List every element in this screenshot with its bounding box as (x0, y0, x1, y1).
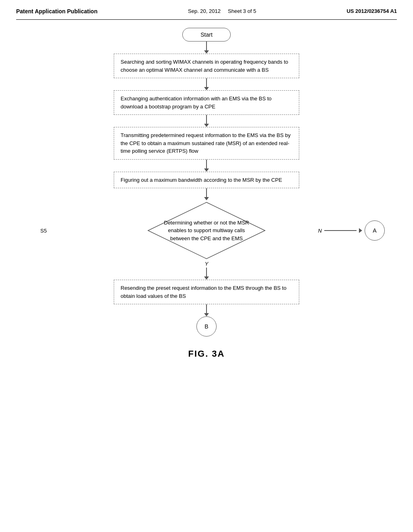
header-center: Sep. 20, 2012 Sheet 3 of 5 (188, 8, 256, 14)
s5-row: S5 Determining whether or not the MSR en… (16, 200, 397, 261)
n-line (324, 230, 357, 231)
y-label: Y (205, 261, 209, 267)
s3-row: Transmitting predetermined request infor… (16, 127, 397, 160)
arrow-1 (204, 42, 209, 54)
start-row: Start (16, 28, 397, 42)
fig-caption: FIG. 3A (188, 349, 225, 359)
n-arrowhead (359, 228, 362, 233)
arrow-5 (204, 188, 209, 200)
arrow-7 (204, 304, 209, 316)
s4-row: Figuring out a maximum bandwidth accordi… (16, 172, 397, 189)
start-shape: Start (182, 28, 231, 42)
s2-row: Exchanging authentication information wi… (16, 90, 397, 115)
header-right: US 2012/0236754 A1 (346, 8, 397, 14)
s2-text: Exchanging authentication information wi… (121, 96, 271, 110)
s6-box: Resending the preset request information… (114, 280, 299, 304)
s3-box: Transmitting predetermined request infor… (114, 127, 299, 160)
s4-text: Figuring out a maximum bandwidth accordi… (121, 177, 282, 183)
header-left: Patent Application Publication (16, 8, 98, 15)
page: Patent Application Publication Sep. 20, … (0, 0, 413, 532)
arrow-4 (204, 160, 209, 172)
s5-diamond-text: Determining whether or not the MSR enabl… (146, 219, 267, 243)
s1-row: Searching and sorting WIMAX channels in … (16, 54, 397, 78)
circle-a: A (365, 220, 385, 241)
y-arrow-area: Y (204, 261, 209, 280)
s2-box: Exchanging authentication information wi… (114, 90, 299, 115)
flowchart: Start Searching and sorting WIMAX channe… (16, 28, 397, 359)
s5-label: S5 (40, 228, 47, 234)
s1-text: Searching and sorting WIMAX channels in … (121, 59, 288, 73)
b-row: B (16, 316, 397, 337)
s4-box: Figuring out a maximum bandwidth accordi… (114, 172, 299, 189)
n-connector: N A (318, 220, 385, 241)
arrow-2 (204, 78, 209, 90)
header-sheet: Sheet 3 of 5 (228, 8, 256, 14)
arrow-6 (204, 268, 209, 280)
start-label: Start (200, 31, 213, 38)
arrow-3 (204, 115, 209, 127)
header: Patent Application Publication Sep. 20, … (16, 8, 397, 20)
s1-box: Searching and sorting WIMAX channels in … (114, 54, 299, 78)
header-date: Sep. 20, 2012 (188, 8, 221, 14)
s5-diamond: Determining whether or not the MSR enabl… (146, 200, 267, 261)
n-label: N (318, 228, 322, 234)
s3-text: Transmitting predetermined request infor… (121, 132, 291, 154)
s6-text: Resending the preset request information… (121, 285, 286, 299)
s6-row: Resending the preset request information… (16, 280, 397, 304)
circle-b: B (196, 316, 217, 337)
